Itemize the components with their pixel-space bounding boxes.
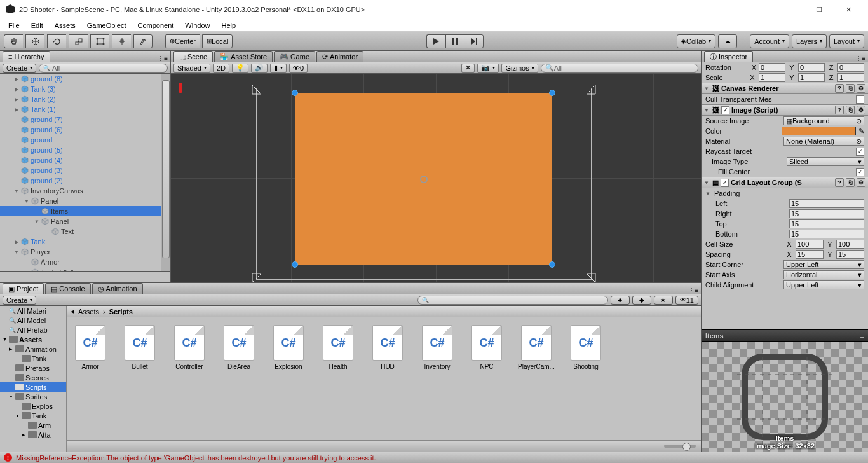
component-grid-layout[interactable]: ▼▦✓ Grid Layout Group (S ?⎘⚙ [702, 177, 868, 188]
hierarchy-item[interactable]: ground (6) [0, 125, 170, 135]
eyedropper-icon[interactable]: ✎ [858, 127, 864, 135]
project-filter-type[interactable]: ◆ [632, 296, 651, 305]
tab-project[interactable]: ▣ Project [3, 283, 44, 294]
menu-assets[interactable]: Assets [50, 21, 80, 30]
hierarchy-item[interactable]: Tank_Idle1 [0, 267, 170, 271]
project-tree-item[interactable]: Explos [0, 401, 66, 411]
scene-audio-toggle[interactable]: 🔊 [251, 64, 268, 73]
menu-file[interactable]: File [4, 21, 24, 30]
project-tree-item[interactable]: 🔍All Materi [0, 306, 66, 315]
padding-bottom-field[interactable]: 15 [789, 230, 864, 238]
rect-handle-br[interactable] [549, 261, 555, 268]
hierarchy-item[interactable]: ▶Tank (2) [0, 94, 170, 104]
material-field[interactable]: None (Material)⊙ [783, 137, 864, 146]
account-dropdown[interactable]: Account [750, 34, 789, 48]
hierarchy-item[interactable]: ▼InventoryCanvas [0, 186, 170, 196]
rect-tool-button[interactable] [90, 34, 109, 48]
spacing-y-field[interactable]: 15 [836, 250, 864, 259]
project-filter-label[interactable]: ★ [654, 296, 673, 305]
menu-gameobject[interactable]: GameObject [83, 21, 131, 30]
help-icon[interactable]: ? [835, 84, 844, 93]
project-tree-item[interactable]: Tank [0, 354, 66, 363]
start-corner-dropdown[interactable]: Upper Left▾ [783, 260, 864, 269]
start-axis-dropdown[interactable]: Horizontal▾ [783, 270, 864, 279]
hierarchy-item[interactable]: ground (4) [0, 155, 170, 165]
project-tree-item[interactable]: ▶Atta [0, 430, 66, 439]
collab-dropdown[interactable]: ◈ Collab [677, 34, 715, 48]
minimize-button[interactable]: ─ [775, 0, 804, 19]
padding-left-field[interactable]: 15 [789, 199, 864, 208]
hierarchy-search-input[interactable]: All [39, 64, 168, 73]
project-tree-item[interactable]: 🔍All Prefab [0, 325, 66, 335]
hierarchy-item[interactable]: ▼Panel [0, 216, 170, 226]
component-image[interactable]: ▼🖼✓ Image (Script) ?⎘⚙ [702, 104, 868, 116]
hierarchy-item[interactable]: ground [0, 135, 170, 145]
project-file[interactable]: C#PlayerCam... [520, 325, 552, 370]
project-tree-item[interactable]: Scenes [0, 373, 66, 382]
project-file[interactable]: C#Health [322, 325, 354, 370]
hierarchy-create-dropdown[interactable]: Create [3, 64, 36, 73]
hierarchy-item[interactable]: ▼Player [0, 247, 170, 257]
project-panel-menu[interactable]: ⋮≡ [688, 287, 698, 294]
tab-asset-store[interactable]: 🏪 Asset Store [214, 51, 273, 62]
project-create-dropdown[interactable]: Create [3, 296, 36, 305]
close-button[interactable]: ✕ [834, 0, 863, 19]
hierarchy-item[interactable]: ▶Tank (3) [0, 84, 170, 94]
menu-edit[interactable]: Edit [27, 21, 48, 30]
hierarchy-item[interactable]: ground (5) [0, 145, 170, 155]
project-tree-item[interactable]: ▶Animation [0, 344, 66, 354]
hierarchy-scrollbar[interactable] [161, 74, 170, 271]
project-tree-item[interactable]: Scripts [0, 382, 66, 392]
cellsize-y-field[interactable]: 100 [836, 240, 864, 249]
pivot-center-button[interactable]: ⊕ Center [165, 34, 200, 48]
inspector-panel-menu[interactable]: ⋮≡ [855, 55, 865, 62]
rect-handle-tr[interactable] [549, 90, 555, 96]
project-tree-item[interactable]: Arm [0, 420, 66, 430]
project-search-input[interactable] [417, 296, 608, 305]
project-tree-item[interactable]: ▼Sprites [0, 392, 66, 401]
project-breadcrumb[interactable]: ◂ Assets › Scripts [67, 306, 701, 317]
hierarchy-item[interactable]: Items [0, 206, 170, 216]
tab-animation[interactable]: ◷ Animation [92, 283, 143, 294]
scale-z-field[interactable]: 1 [837, 73, 864, 82]
gizmos-dropdown[interactable]: Gizmos [501, 64, 538, 73]
move-tool-button[interactable] [25, 34, 44, 48]
hierarchy-item[interactable]: ground (7) [0, 114, 170, 125]
cellsize-x-field[interactable]: 100 [796, 240, 824, 249]
fill-center-checkbox[interactable]: ✓ [856, 168, 864, 176]
hierarchy-item[interactable]: ▶ground (8) [0, 74, 170, 84]
padding-top-field[interactable]: 15 [789, 219, 864, 228]
layers-dropdown[interactable]: Layers [792, 34, 827, 48]
scene-2d-toggle[interactable]: 2D [213, 64, 229, 73]
rect-handle-bl[interactable] [292, 261, 298, 268]
project-file[interactable]: C#DieArea [223, 325, 255, 370]
project-file[interactable]: C#NPC [471, 325, 503, 370]
project-hidden-toggle[interactable]: 👁11 [675, 296, 698, 305]
pivot-indicator[interactable] [420, 176, 428, 183]
project-file[interactable]: C#Armor [74, 325, 106, 370]
project-file[interactable]: C#Inventory [421, 325, 453, 370]
project-tree-item[interactable]: ▼Assets [0, 335, 66, 344]
pause-button[interactable] [445, 34, 465, 48]
project-folder-tree[interactable]: 🔍All Materi🔍All Model🔍All Prefab▼Assets▶… [0, 306, 67, 452]
tab-game[interactable]: 🎮 Game [274, 51, 315, 62]
hierarchy-item[interactable]: ▼Panel [0, 196, 170, 206]
hierarchy-item[interactable]: ground (3) [0, 165, 170, 176]
maximize-button[interactable]: ☐ [804, 0, 834, 19]
scene-hidden-toggle[interactable]: 👁 0 [289, 64, 308, 73]
padding-right-field[interactable]: 15 [789, 209, 864, 218]
scene-camera-dropdown[interactable]: 📷 [477, 64, 499, 73]
rect-handle-tl[interactable] [292, 90, 298, 96]
preset-icon[interactable]: ⎘ [846, 84, 855, 93]
layout-dropdown[interactable]: Layout [829, 34, 864, 48]
rotation-x-field[interactable]: 0 [759, 63, 785, 72]
tab-console[interactable]: ▤ Console [45, 283, 90, 294]
project-file[interactable]: C#Shooting [570, 325, 602, 370]
scene-search-input[interactable]: 🔍All [541, 64, 698, 73]
rotation-z-field[interactable]: 0 [837, 63, 864, 72]
child-alignment-dropdown[interactable]: Upper Left▾ [783, 280, 864, 289]
rotate-tool-button[interactable] [47, 34, 66, 48]
hand-tool-button[interactable] [4, 34, 23, 48]
project-file[interactable]: C#Bullet [124, 325, 156, 370]
hierarchy-item[interactable]: ground (2) [0, 176, 170, 186]
